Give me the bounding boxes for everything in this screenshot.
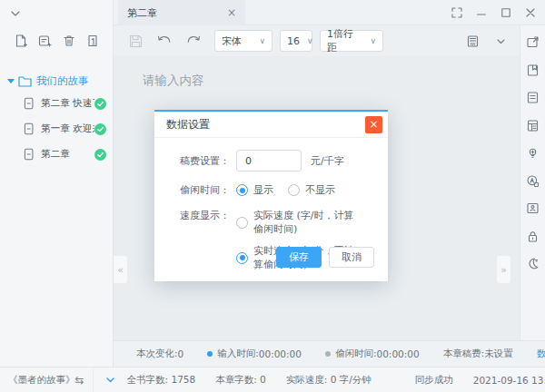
idle-option-show[interactable]: 显示	[236, 183, 273, 197]
new-document-icon[interactable]	[13, 33, 29, 49]
tree-item-chapter[interactable]: 第二章 快速了解...	[0, 91, 114, 116]
dialog-header: 数据设置 ×	[154, 112, 388, 138]
maximize-icon[interactable]	[500, 7, 511, 18]
input-time-value: 00:00:00	[259, 348, 302, 359]
tree-item-chapter[interactable]: 第二章	[0, 142, 114, 167]
font-check-icon[interactable]	[525, 173, 540, 189]
actual-speed-label: 实际速度:	[286, 374, 331, 385]
idle-option-hide[interactable]: 不显示	[288, 183, 335, 197]
idle-time-label: 偷闲时间:	[335, 348, 377, 360]
character-card-icon[interactable]	[525, 201, 540, 216]
book-title: 《墨者的故事》	[8, 374, 75, 387]
document-icon	[24, 148, 34, 161]
document-icon	[24, 122, 34, 135]
tree-item-label: 第一章 欢迎来到...	[41, 122, 94, 135]
chevron-down-icon[interactable]	[495, 35, 507, 47]
save-button[interactable]: 保存	[276, 247, 322, 268]
datetime: 2021-09-16 13:40	[473, 375, 545, 386]
fullscreen-icon[interactable]	[451, 7, 462, 18]
redo-icon[interactable]	[185, 34, 202, 48]
check-circle-icon	[94, 149, 106, 161]
undo-icon[interactable]	[156, 34, 173, 48]
chevron-down-icon[interactable]	[9, 7, 22, 20]
lock-icon[interactable]	[525, 229, 540, 244]
collapse-left-panel-icon[interactable]: «	[114, 256, 127, 283]
document-actions	[0, 33, 114, 49]
right-tool-rail	[520, 25, 545, 340]
fee-row: 稿费设置： 元/千字	[180, 150, 375, 172]
word-sort-icon[interactable]	[84, 33, 101, 49]
document-icon	[24, 97, 34, 110]
close-icon[interactable]	[525, 7, 536, 18]
tab-bar: 第二章 ×	[114, 0, 545, 25]
input-time: 输入时间: 00:00:00	[207, 348, 302, 360]
data-settings-dialog: 数据设置 × 稿费设置： 元/千字 偷闲时间： 显示 不显示 速度显示：	[154, 110, 388, 281]
night-mode-icon[interactable]	[525, 256, 540, 271]
idle-option-hide-label: 不显示	[305, 183, 335, 197]
dialog-footer: 保存 取消	[276, 247, 374, 268]
check-circle-icon	[94, 98, 106, 110]
chevron-down-icon: ∨	[362, 36, 376, 45]
tree-item-chapter[interactable]: 第一章 欢迎来到...	[0, 116, 114, 142]
save-icon[interactable]	[128, 34, 144, 49]
editor-placeholder: 请输入内容	[143, 73, 204, 89]
speed-option-actual-label: 实际速度 (字/时，计算偷闲时间)	[253, 209, 361, 236]
outline-icon[interactable]	[525, 118, 540, 133]
dialog-close-icon[interactable]: ×	[365, 116, 382, 133]
window-controls	[451, 0, 536, 25]
actual-speed-value: 0 字/分钟	[331, 374, 372, 385]
dialog-title: 数据设置	[166, 117, 210, 132]
chevron-down-icon: ∨	[300, 36, 313, 45]
chapter-fee: 本章稿费: 未设置	[443, 348, 513, 360]
font-size-select[interactable]: 16 ∨	[280, 30, 312, 52]
tree-item-label: 第二章 快速了解...	[41, 97, 94, 110]
fee-label: 稿费设置：	[180, 154, 236, 168]
share-edit-icon[interactable]	[525, 34, 540, 50]
input-time-label: 输入时间:	[217, 348, 259, 360]
line-spacing-select[interactable]: 1倍行距 ∨	[320, 30, 383, 52]
total-words-label: 全书字数:	[127, 374, 172, 385]
tab-chapter-2[interactable]: 第二章 ×	[118, 0, 245, 25]
font-size-value: 16	[287, 35, 300, 47]
cancel-button[interactable]: 取消	[329, 247, 374, 268]
actual-speed: 实际速度: 0 字/分钟	[286, 374, 372, 387]
minimize-icon[interactable]	[476, 7, 487, 18]
font-family-select[interactable]: 宋体 ∨	[214, 30, 272, 52]
radio-icon[interactable]	[288, 184, 300, 196]
idea-bulb-icon[interactable]	[525, 145, 540, 161]
trash-icon[interactable]	[61, 33, 77, 49]
radio-icon[interactable]	[236, 184, 248, 196]
swap-book-icon[interactable]: ⇆	[75, 374, 84, 387]
speed-label: 速度显示：	[180, 209, 236, 222]
bottom-stats: 全书字数: 1758 本章字数: 0 实际速度: 0 字/分钟 同步成功 202…	[94, 368, 545, 392]
data-settings-link[interactable]: 数据设置	[537, 348, 545, 360]
check-circle-icon	[94, 123, 106, 135]
chevron-down-icon: ∨	[252, 36, 265, 45]
typewriter-icon[interactable]	[465, 34, 481, 49]
idle-option-show-label: 显示	[253, 183, 273, 197]
collapse-right-panel-icon[interactable]: »	[497, 256, 510, 283]
editor-toolbar: 宋体 ∨ 16 ∨ 1倍行距 ∨	[114, 25, 520, 56]
sync-status: 同步成功	[415, 374, 453, 387]
folder-label: 我们的故事	[36, 74, 93, 88]
folder-expand-icon[interactable]	[7, 79, 15, 83]
stats-chevron-down-icon[interactable]	[104, 374, 116, 386]
book-info: 《墨者的故事》 ⇆	[0, 368, 94, 392]
notes-icon[interactable]	[525, 90, 540, 105]
bookmark-page-icon[interactable]	[525, 63, 540, 78]
tree-folder-our-story[interactable]: 我们的故事	[0, 71, 114, 91]
idle-time-value: 00:00:00	[377, 348, 420, 359]
font-family-value: 宋体	[222, 34, 242, 48]
fee-input[interactable]	[236, 150, 302, 172]
change-count: 本次变化: 0	[136, 348, 183, 360]
radio-icon[interactable]	[236, 252, 248, 264]
chapter-words-label: 本章字数:	[215, 374, 260, 385]
idle-row: 偷闲时间： 显示 不显示	[180, 183, 375, 197]
speed-option-actual[interactable]: 实际速度 (字/时，计算偷闲时间)	[236, 209, 361, 236]
chapter-fee-label: 本章稿费:	[443, 348, 485, 360]
radio-icon[interactable]	[236, 217, 248, 229]
new-chapter-icon[interactable]	[36, 33, 53, 49]
toolbar-right	[465, 34, 520, 49]
tab-close-icon[interactable]: ×	[227, 7, 236, 18]
left-sidebar: 我们的故事 第二章 快速了解... 第一章 欢迎来到... 第二章	[0, 0, 114, 367]
